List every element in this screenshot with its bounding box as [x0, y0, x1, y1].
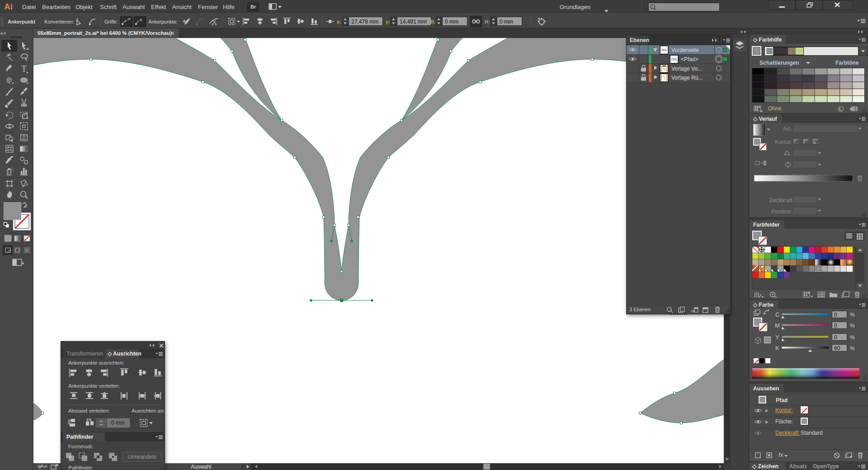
svg-text:T: T — [21, 64, 27, 74]
svg-text:Vorlage Vo...: Vorlage Vo... — [671, 66, 702, 72]
svg-text:<Pfad>: <Pfad> — [681, 56, 698, 62]
svg-text:Vorderseite: Vorderseite — [671, 47, 699, 53]
svg-text:Vorlage Rü...: Vorlage Rü... — [671, 75, 703, 81]
